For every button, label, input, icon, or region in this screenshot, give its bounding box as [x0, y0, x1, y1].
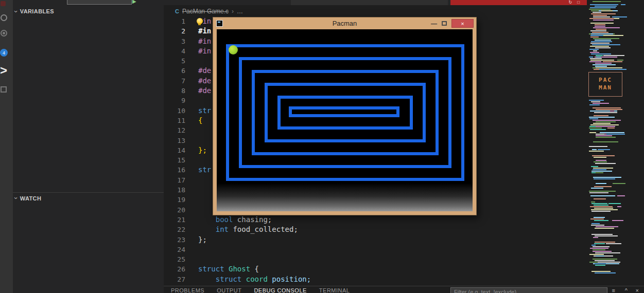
console-bottom-gradient — [217, 183, 473, 211]
code-line[interactable]: 23}; — [164, 235, 555, 245]
debug-config-dropdown[interactable] — [67, 0, 132, 5]
debug-toolbar-strip: ↻ □ — [450, 0, 587, 5]
panel-maximize-icon[interactable]: ^ — [625, 287, 628, 293]
line-number[interactable]: 10 — [164, 106, 185, 116]
restart-icon[interactable]: ↻ — [568, 1, 572, 5]
window-controls: — × — [431, 19, 474, 28]
close-button[interactable]: × — [451, 19, 474, 28]
game-client-area — [217, 29, 473, 211]
code-text: #in — [198, 36, 211, 46]
variables-section-header[interactable]: › VARIABLES — [13, 6, 164, 17]
maximize-button[interactable] — [442, 21, 447, 26]
line-number[interactable]: 17 — [164, 175, 185, 185]
code-text: #in — [198, 46, 211, 56]
chevron-down-icon: › — [12, 10, 20, 13]
variables-label: VARIABLES — [20, 8, 54, 14]
line-number[interactable]: 22 — [164, 225, 185, 234]
line-number[interactable]: 25 — [164, 254, 185, 264]
breadcrumb-filename[interactable]: PacMan-Game.c — [182, 8, 229, 15]
line-number[interactable]: 13 — [164, 136, 185, 145]
panel-tab-debug-console[interactable]: DEBUG CONSOLE — [254, 287, 306, 293]
console-app-icon — [216, 20, 223, 27]
code-line[interactable]: 21 bool chasing; — [164, 215, 555, 225]
code-text: str — [198, 106, 211, 116]
panel-tab-bar: PROBLEMSOUTPUTDEBUG CONSOLETERMINAL ≡ ^ … — [164, 286, 644, 293]
line-number[interactable]: 21 — [164, 215, 185, 225]
c-file-icon: C — [175, 8, 179, 14]
code-text: #de — [198, 76, 211, 86]
line-number[interactable]: 24 — [164, 245, 185, 254]
code-line[interactable]: 26struct Ghost { — [164, 264, 555, 274]
line-number[interactable]: 7 — [164, 76, 185, 86]
settings-icon[interactable] — [1, 30, 7, 36]
code-text: #de — [198, 86, 211, 96]
account-icon[interactable] — [1, 14, 7, 21]
line-number[interactable]: 11 — [164, 116, 185, 125]
code-text: }; — [198, 235, 207, 245]
minimap[interactable]: PAC MAN — [587, 0, 644, 286]
line-number[interactable]: 18 — [164, 185, 185, 195]
line-number[interactable]: 19 — [164, 195, 185, 205]
minimap-row — [589, 69, 627, 70]
line-number[interactable]: 2 — [164, 26, 185, 36]
editor-tab[interactable] — [291, 0, 448, 5]
code-text: }; — [198, 145, 207, 155]
line-number[interactable]: 9 — [164, 96, 185, 105]
panel-close-icon[interactable]: × — [636, 287, 639, 293]
clipped-top-icon[interactable] — [1, 1, 6, 6]
line-number[interactable]: 23 — [164, 235, 185, 245]
breadcrumb: C PacMan-Game.c › … — [175, 7, 243, 15]
editor-tab-strip: ↻ □ — [164, 0, 587, 5]
chevron-right-icon[interactable]: > — [0, 64, 7, 77]
code-line[interactable]: 25 — [164, 254, 555, 264]
minimap-art-line: MAN — [589, 84, 622, 91]
panel-tabs: PROBLEMSOUTPUTDEBUG CONSOLETERMINAL — [171, 287, 350, 293]
line-number[interactable]: 6 — [164, 66, 185, 76]
line-number[interactable]: 27 — [164, 274, 185, 284]
minimize-button[interactable]: — — [431, 21, 437, 26]
watch-label: WATCH — [20, 195, 42, 202]
watch-section-header[interactable]: › WATCH — [13, 192, 164, 204]
game-window-titlebar[interactable]: Pacman — × — [213, 17, 476, 29]
minimap-row — [589, 271, 627, 272]
minimap-code-texture — [589, 1, 627, 272]
debug-console-filter-input[interactable] — [450, 287, 607, 293]
panel-tab-problems[interactable]: PROBLEMS — [171, 287, 204, 293]
panel-tab-output[interactable]: OUTPUT — [217, 287, 241, 293]
minimap-row — [589, 183, 627, 185]
pacman-ball — [229, 45, 238, 54]
minimap-pacman-ascii-art: PAC MAN — [588, 72, 622, 97]
stop-icon[interactable]: □ — [577, 1, 580, 5]
vscode-window: 4 > ▶ › VARIABLES › WATCH ↻ □ C PacMan-G… — [0, 0, 644, 293]
line-number[interactable]: 15 — [164, 155, 185, 165]
line-number[interactable]: 16 — [164, 165, 185, 175]
line-number[interactable]: 4 — [164, 46, 185, 56]
line-number[interactable]: 26 — [164, 264, 185, 274]
panel-menu-icon[interactable]: ≡ — [612, 287, 615, 293]
lightbulb-icon[interactable] — [197, 18, 203, 24]
code-line[interactable]: 22 int food_collected; — [164, 225, 555, 234]
maze-wall-rect — [289, 106, 399, 117]
code-line[interactable]: 24 — [164, 245, 555, 254]
activity-bar: 4 > — [0, 0, 13, 293]
line-number[interactable]: 3 — [164, 36, 185, 46]
debug-badge: 4 — [0, 49, 8, 57]
line-number[interactable]: 5 — [164, 56, 185, 66]
code-text: bool chasing; — [198, 215, 272, 225]
breadcrumb-more[interactable]: … — [237, 8, 243, 15]
code-text: str — [198, 165, 211, 175]
line-number[interactable]: 20 — [164, 205, 185, 215]
code-line[interactable]: 27 struct coord position; — [164, 274, 555, 284]
debug-start-icon[interactable]: ▶ — [132, 0, 136, 4]
minimap-row — [589, 134, 627, 135]
extensions-icon[interactable] — [1, 86, 7, 93]
panel-tab-terminal[interactable]: TERMINAL — [319, 287, 350, 293]
line-number[interactable]: 14 — [164, 145, 185, 155]
line-number[interactable]: 8 — [164, 86, 185, 96]
code-text: #in — [198, 26, 211, 36]
code-text: struct coord position; — [198, 274, 311, 284]
minimap-row — [589, 195, 627, 197]
line-number[interactable]: 12 — [164, 125, 185, 135]
code-text: int food_collected; — [198, 225, 298, 234]
line-number[interactable]: 1 — [164, 16, 185, 26]
